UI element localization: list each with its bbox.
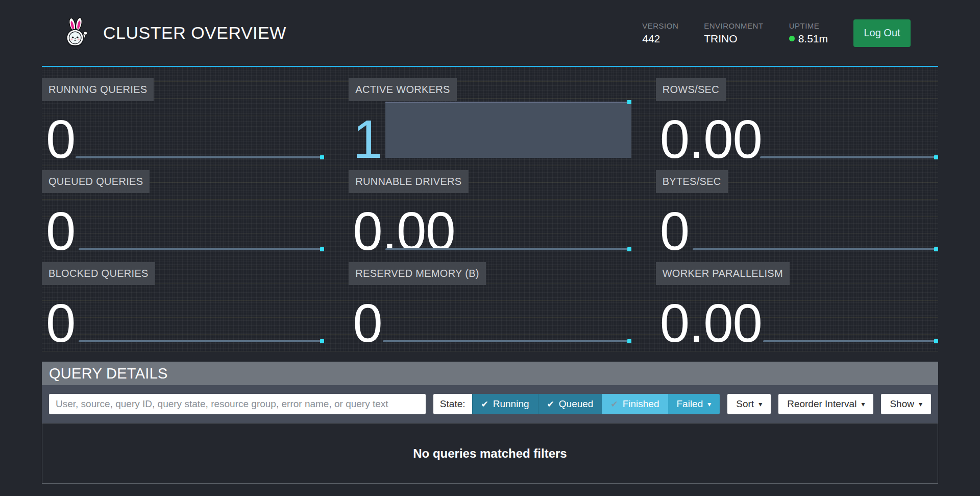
sparkline-dot (320, 247, 324, 251)
stat-value: 0 (46, 119, 75, 160)
filter-running-button[interactable]: ✔ Running (472, 394, 538, 414)
stat-label: RUNNABLE DRIVERS (349, 170, 468, 193)
caret-down-icon: ▾ (758, 400, 762, 408)
stat-tile-bytes-sec: BYTES/SEC 0 (656, 170, 938, 254)
sparkline-chart (763, 340, 937, 342)
status-dot-icon (789, 36, 795, 41)
stat-tile-reserved-memory: RESERVED MEMORY (B) 0 (349, 262, 631, 346)
stat-value: 0.00 (660, 302, 762, 344)
show-dropdown[interactable]: Show ▾ (881, 394, 931, 414)
sparkline-chart (79, 248, 323, 250)
check-icon: ✔ (481, 400, 488, 409)
filter-running-label: Running (493, 398, 529, 410)
stat-label: RUNNING QUERIES (42, 78, 154, 101)
sparkline-chart (383, 340, 630, 342)
sparkline-dot (627, 339, 631, 343)
stat-tile-runnable-drivers: RUNNABLE DRIVERS 0.00 (349, 170, 631, 254)
query-details-section: QUERY DETAILS State: ✔ Running ✔ Queued … (42, 362, 938, 484)
empty-message: No queries matched filters (413, 446, 567, 461)
cluster-overview-page: CLUSTER OVERVIEW VERSION 442 ENVIRONMENT… (0, 0, 980, 484)
stat-label: ROWS/SEC (656, 78, 726, 101)
stat-value: 0 (46, 210, 75, 252)
sparkline-chart (79, 340, 323, 342)
filter-queued-button[interactable]: ✔ Queued (538, 394, 602, 414)
query-details-title: QUERY DETAILS (49, 365, 168, 382)
environment-info: ENVIRONMENT TRINO (704, 21, 763, 45)
stat-tile-worker-parallelism: WORKER PARALLELISM 0.00 (656, 262, 938, 346)
stats-grid: RUNNING QUERIES 0 ACTIVE WORKERS 1 ROWS/… (42, 67, 938, 351)
search-input[interactable] (49, 394, 426, 414)
sparkline-chart (693, 248, 937, 250)
uptime-value-wrap: 8.51m (789, 33, 828, 45)
query-details-header: QUERY DETAILS (42, 362, 938, 385)
sparkline-dot (934, 155, 938, 159)
header-info: VERSION 442 ENVIRONMENT TRINO UPTIME 8.5… (642, 19, 911, 47)
sparkline-dot (627, 100, 631, 104)
stat-value: 0.00 (660, 119, 762, 160)
environment-label: ENVIRONMENT (704, 21, 763, 30)
show-label: Show (890, 398, 914, 410)
environment-value: TRINO (704, 33, 763, 45)
stat-label: BLOCKED QUERIES (42, 262, 155, 285)
stat-value: 0 (353, 302, 382, 344)
check-icon: ✔ (547, 400, 554, 409)
page-title: CLUSTER OVERVIEW (103, 23, 286, 43)
filter-finished-button[interactable]: ✔ Finished (602, 394, 668, 414)
stat-label: BYTES/SEC (656, 170, 728, 193)
stat-tile-blocked-queries: BLOCKED QUERIES 0 (42, 262, 324, 346)
state-filter-group: State: ✔ Running ✔ Queued ✔ Finished Fai… (433, 394, 720, 414)
sort-dropdown[interactable]: Sort ▾ (727, 394, 771, 414)
version-info: VERSION 442 (642, 21, 678, 45)
trino-bunny-logo[interactable] (61, 17, 91, 49)
stat-value: 0.00 (353, 210, 455, 252)
sparkline-dot (934, 247, 938, 251)
sparkline-chart (760, 156, 937, 158)
uptime-label: UPTIME (789, 21, 828, 30)
version-value: 442 (642, 33, 678, 45)
sparkline-dot (320, 339, 324, 343)
caret-down-icon: ▾ (919, 400, 922, 408)
filter-failed-label: Failed (677, 398, 703, 410)
logout-button[interactable]: Log Out (853, 19, 911, 47)
caret-down-icon: ▾ (707, 400, 711, 408)
uptime-info: UPTIME 8.51m (789, 21, 828, 45)
stat-tile-running-queries: RUNNING QUERIES 0 (42, 78, 324, 162)
uptime-value: 8.51m (798, 33, 828, 45)
sparkline-chart (385, 248, 630, 250)
stat-label: RESERVED MEMORY (B) (349, 262, 485, 285)
stat-value: 1 (353, 119, 382, 160)
stat-label: WORKER PARALLELISM (656, 262, 790, 285)
version-label: VERSION (642, 21, 678, 30)
caret-down-icon: ▾ (861, 400, 865, 408)
filter-finished-label: Finished (623, 398, 659, 410)
sparkline-dot (934, 339, 938, 343)
stat-value: 0 (46, 302, 75, 344)
stat-value: 0 (660, 210, 689, 252)
stat-tile-queued-queries: QUEUED QUERIES 0 (42, 170, 324, 254)
sparkline-dot (320, 155, 324, 159)
state-label: State: (433, 394, 472, 414)
query-list-empty-state: No queries matched filters (42, 423, 938, 484)
brand: CLUSTER OVERVIEW (61, 17, 286, 49)
filter-failed-dropdown[interactable]: Failed ▾ (668, 394, 720, 414)
filter-queued-label: Queued (559, 398, 594, 410)
stat-label: QUEUED QUERIES (42, 170, 150, 193)
reorder-interval-dropdown[interactable]: Reorder Interval ▾ (778, 394, 873, 414)
filter-toolbar: State: ✔ Running ✔ Queued ✔ Finished Fai… (42, 385, 938, 423)
check-icon: ✔ (610, 400, 618, 409)
stat-tile-active-workers: ACTIVE WORKERS 1 (349, 78, 631, 162)
sparkline-chart (76, 156, 323, 158)
header: CLUSTER OVERVIEW VERSION 442 ENVIRONMENT… (0, 0, 980, 66)
area-chart (385, 102, 631, 158)
stat-label: ACTIVE WORKERS (349, 78, 456, 101)
sort-label: Sort (736, 398, 754, 410)
stat-tile-rows-sec: ROWS/SEC 0.00 (656, 78, 938, 162)
reorder-interval-label: Reorder Interval (787, 398, 856, 410)
sparkline-dot (627, 247, 631, 251)
